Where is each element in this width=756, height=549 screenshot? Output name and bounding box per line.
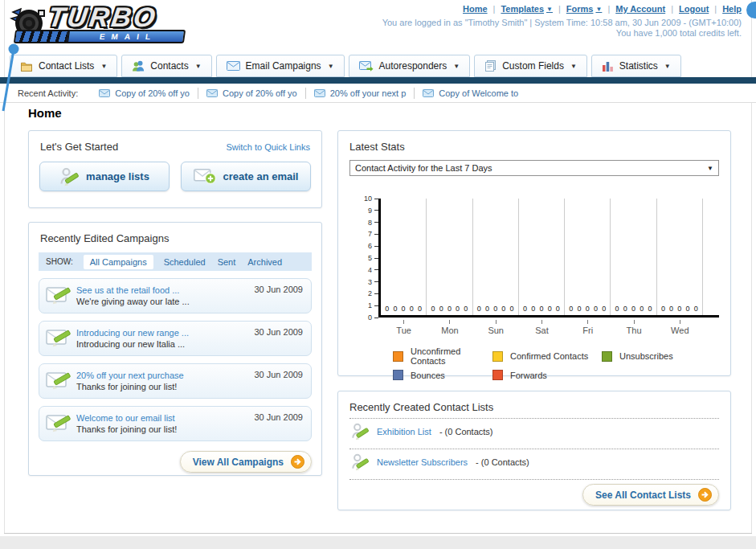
footer-strip <box>0 536 756 549</box>
campaign-subject: We're giving away our late ... <box>76 296 254 307</box>
bar-value-label: 0 <box>569 305 573 313</box>
bar-value-label: 0 <box>493 305 497 313</box>
tab-email-campaigns[interactable]: Email Campaigns▼ <box>216 55 345 77</box>
campaign-title-link[interactable]: See us at the retail food ... <box>76 285 254 296</box>
top-nav-forms[interactable]: Forms▼ <box>566 4 603 14</box>
contact-list-item[interactable]: Newsletter Subscribers - (0 Contacts) <box>338 449 730 474</box>
divider: | <box>607 4 610 14</box>
dropdown-arrow-icon: ▼ <box>328 63 334 70</box>
recent-activity-label: Recent Activity: <box>18 88 78 98</box>
contact-list-link[interactable]: Newsletter Subscribers <box>377 457 468 467</box>
chart-day-group: 00000 <box>611 199 656 315</box>
dropdown-arrow-icon: ▼ <box>570 63 577 70</box>
envelope-edit-icon <box>46 326 72 348</box>
recent-activity-item[interactable]: 20% off your next p <box>306 88 415 99</box>
dropdown-arrow-icon: ▼ <box>546 6 553 13</box>
view-all-campaigns-button[interactable]: View All Campaigns <box>180 451 312 473</box>
mail-icon <box>423 89 434 97</box>
contact-list-count: - (0 Contacts) <box>476 457 529 467</box>
bar-value-label: 0 <box>548 305 552 313</box>
legend-swatch <box>393 370 403 380</box>
email-campaigns-icon <box>227 61 240 71</box>
bar-value-label: 0 <box>531 305 535 313</box>
dropdown-arrow-icon: ▼ <box>453 63 460 70</box>
y-axis-tick: 6 <box>368 242 378 250</box>
campaign-row[interactable]: Introducing our new range ... Introducin… <box>39 321 312 356</box>
see-all-contact-lists-button[interactable]: See All Contact Lists <box>582 484 719 506</box>
x-axis-label: Mon <box>427 320 472 335</box>
dropdown-arrow-icon: ▼ <box>664 63 671 70</box>
mail-icon <box>206 89 218 97</box>
filter-sent[interactable]: Sent <box>218 257 236 267</box>
campaign-row[interactable]: 20% off your next purchase Thanks for jo… <box>39 363 312 399</box>
bar-value-label: 0 <box>410 305 414 313</box>
bar-value-label: 0 <box>523 305 527 313</box>
campaign-subject: Thanks for joining our list! <box>76 424 254 435</box>
bar-value-label: 0 <box>439 305 443 313</box>
arrow-circle-icon <box>698 488 712 502</box>
x-axis-label: Wed <box>657 320 703 335</box>
campaign-row[interactable]: See us at the retail food ... We're givi… <box>39 278 312 313</box>
create-email-button[interactable]: create an email <box>181 162 311 191</box>
legend-item: Bounces <box>393 370 492 380</box>
campaign-title-link[interactable]: Welcome to our email list <box>76 412 254 424</box>
recent-activity-item[interactable]: Copy of Welcome to <box>415 88 526 99</box>
top-nav-help[interactable]: Help <box>722 4 742 14</box>
arrow-circle-icon <box>291 455 304 469</box>
tab-contacts[interactable]: Contacts▼ <box>121 55 211 77</box>
dropdown-arrow-icon: ▼ <box>707 165 713 172</box>
bar-value-label: 0 <box>485 305 489 313</box>
switch-quick-links-link[interactable]: Switch to Quick Links <box>226 142 310 152</box>
bar-value-label: 0 <box>456 305 460 313</box>
envelope-edit-icon <box>46 369 72 391</box>
top-nav-my-account[interactable]: My Account <box>615 4 665 14</box>
contacts-icon <box>132 60 145 72</box>
contact-list-item[interactable]: Exhibition List - (0 Contacts) <box>338 419 730 444</box>
campaign-title-link[interactable]: 20% off your next purchase <box>76 370 254 381</box>
campaign-row[interactable]: Welcome to our email list Thanks for joi… <box>39 406 312 441</box>
campaign-title-link[interactable]: Introducing our new range ... <box>76 327 254 338</box>
filter-all-campaigns[interactable]: All Campaigns <box>84 255 153 269</box>
x-axis-label: Sun <box>473 320 519 335</box>
logo-bar: EMAIL <box>14 30 186 43</box>
tab-statistics[interactable]: Statistics▼ <box>591 55 681 77</box>
filter-archived[interactable]: Archived <box>247 257 282 267</box>
contact-activity-chart: 109876543210 000000000000000000000000000… <box>349 199 719 342</box>
contact-list-count: - (0 Contacts) <box>439 427 493 436</box>
chart-day-group: 00000 <box>427 199 472 315</box>
top-nav: Home | Templates▼ | Forms▼ | My Account … <box>463 4 742 14</box>
tab-custom-fields[interactable]: Custom Fields▼ <box>474 55 587 77</box>
chart-day-group: 00000 <box>657 199 703 315</box>
top-nav-home[interactable]: Home <box>463 4 488 14</box>
tab-contact-lists[interactable]: Contact Lists▼ <box>10 55 117 77</box>
campaign-date: 30 Jun 2009 <box>254 370 303 379</box>
top-nav-templates[interactable]: Templates▼ <box>501 4 553 14</box>
campaign-date: 30 Jun 2009 <box>254 412 303 422</box>
stats-period-select[interactable]: Contact Activity for the Last 7 Days ▼ <box>349 160 719 176</box>
recent-activity-item[interactable]: Copy of 20% off yo <box>91 88 198 99</box>
recent-activity-item[interactable]: Copy of 20% off yo <box>198 88 306 99</box>
app-logo[interactable]: TURBO EMAIL <box>8 3 193 50</box>
recent-campaigns-title: Recently Edited Campaigns <box>29 223 321 244</box>
chart-legend: Unconfirmed ContactsConfirmed ContactsUn… <box>393 346 730 380</box>
manage-lists-button[interactable]: manage lists <box>39 162 170 191</box>
bar-value-label: 0 <box>477 305 481 313</box>
divider: | <box>714 4 717 14</box>
help-bubble-icon[interactable] <box>746 2 756 18</box>
chart-plot-area: 00000000000000000000000000000000000 <box>378 199 719 318</box>
top-nav-logout[interactable]: Logout <box>679 4 709 14</box>
chart-day-group: 00000 <box>381 199 427 315</box>
bar-value-label: 0 <box>578 305 582 313</box>
filter-scheduled[interactable]: Scheduled <box>164 257 206 267</box>
bar-value-label: 0 <box>631 305 635 313</box>
legend-item: Confirmed Contacts <box>492 346 602 366</box>
bar-value-label: 0 <box>464 305 468 313</box>
chart-day-group: 00000 <box>519 199 565 315</box>
main-menu: Contact Lists▼ Contacts▼ Email Campaigns… <box>10 55 681 77</box>
y-axis-tick: 3 <box>368 278 378 286</box>
bar-value-label: 0 <box>385 305 389 313</box>
divider: | <box>671 4 673 14</box>
envelope-edit-icon <box>46 284 72 305</box>
tab-autoresponders[interactable]: Autoresponders▼ <box>349 55 471 77</box>
contact-list-link[interactable]: Exhibition List <box>377 427 431 436</box>
